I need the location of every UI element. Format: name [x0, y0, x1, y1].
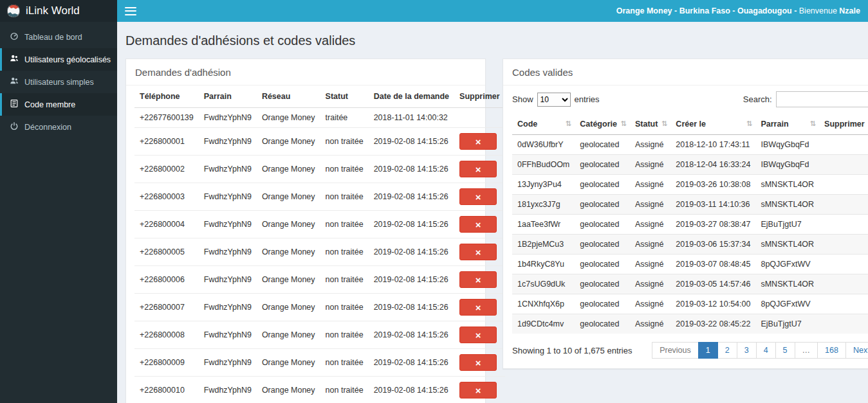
delete-request-button[interactable]: × — [459, 327, 497, 343]
sort-icon — [810, 120, 816, 128]
sidebar-toggle-button[interactable] — [125, 7, 136, 15]
page-button[interactable]: Next — [845, 342, 868, 359]
date-cell: 2019-02-08 14:15:26 — [369, 183, 454, 211]
code-row: 1b4RkyC8Yu geolocated Assigné 2019-03-07… — [512, 255, 868, 274]
x-icon: × — [476, 165, 481, 174]
delete-request-button[interactable]: × — [459, 354, 497, 371]
sidebar-item-member-code[interactable]: Code membre — [0, 93, 117, 116]
code-row: 1d9CDtc4mv geolocated Assigné 2019-03-22… — [512, 314, 868, 334]
parrain-cell: FwdhzYphN9 — [199, 108, 257, 128]
created-cell: 2019-03-11 14:10:36 — [670, 195, 755, 215]
delete-cell — [819, 235, 868, 255]
page-button[interactable]: 3 — [737, 342, 757, 359]
code-row: 1aaTee3fWr geolocated Assigné 2019-03-27… — [512, 215, 868, 235]
network-cell: Orange Money — [257, 128, 320, 156]
date-cell: 2019-02-08 14:15:26 — [369, 238, 454, 266]
dashboard-icon — [10, 31, 19, 42]
sidebar-item-simple-users[interactable]: Utilisateurs simples — [0, 71, 117, 93]
status-cell: Assigné — [630, 255, 670, 274]
request-row: +22677600139 FwdhzYphN9 Orange Money tra… — [134, 108, 505, 128]
parrain-cell: 8pQJGFxtWV — [755, 255, 819, 274]
search-input[interactable] — [776, 91, 868, 107]
member-code-icon — [10, 99, 19, 110]
sort-icon — [566, 120, 571, 128]
brand-title: iLink World — [26, 4, 80, 17]
delete-request-button[interactable]: × — [459, 271, 497, 288]
codes-column-header[interactable]: Supprimer — [819, 114, 868, 135]
requests-table: Téléphone Parrain Réseau Statut Date de … — [134, 85, 505, 403]
date-cell: 2019-02-08 14:15:26 — [369, 266, 454, 294]
status-cell: Assigné — [630, 274, 670, 294]
topbar: iLink World Orange Money - Burkina Faso … — [0, 0, 868, 22]
network-cell: Orange Money — [257, 266, 320, 294]
parrain-cell: FwdhzYphN9 — [199, 156, 257, 183]
actions-cell: × — [454, 266, 505, 294]
sidebar-item-label: Utilisateurs géolocalisés — [24, 55, 111, 64]
delete-request-button[interactable]: × — [459, 299, 497, 316]
code-row: 181yxc3J7g geolocated Assigné 2019-03-11… — [512, 195, 868, 215]
codes-column-header[interactable]: Catégorie — [575, 114, 630, 135]
network-cell: Orange Money — [257, 108, 320, 128]
request-row: +226800003 FwdhzYphN9 Orange Money non t… — [134, 183, 505, 211]
delete-request-button[interactable]: × — [459, 382, 497, 399]
parrain-cell: FwdhzYphN9 — [199, 321, 257, 349]
date-cell: 2019-02-08 14:15:26 — [369, 211, 454, 238]
phone-cell: +226800002 — [134, 156, 199, 183]
actions-cell: × — [454, 128, 505, 156]
parrain-cell: IBWqyGbqFd — [755, 135, 819, 155]
page-button[interactable]: 1 — [698, 342, 718, 359]
page-button[interactable]: Previous — [652, 342, 699, 359]
codes-column-header[interactable]: Statut — [630, 114, 670, 135]
request-row: +226800009 FwdhzYphN9 Orange Money non t… — [134, 349, 505, 377]
top-navbar: Orange Money - Burkina Faso - Ouagadougo… — [117, 0, 868, 22]
codes-column-header[interactable]: Code — [512, 114, 575, 135]
x-icon: × — [476, 386, 481, 395]
x-icon: × — [476, 275, 481, 285]
requests-column-header: Date de la demande — [369, 85, 454, 108]
page-length-select[interactable]: 10 — [537, 93, 571, 107]
network-cell: Orange Money — [257, 349, 320, 377]
delete-request-button[interactable]: × — [459, 188, 497, 205]
status-cell: non traitée — [320, 128, 369, 156]
code-cell: 1CNXhfqX6p — [512, 294, 575, 314]
page-button[interactable]: … — [795, 342, 818, 359]
status-cell: Assigné — [630, 155, 670, 175]
network-cell: Orange Money — [257, 377, 320, 403]
codes-panel-title: Codes valides — [503, 59, 868, 85]
request-row: +226800008 FwdhzYphN9 Orange Money non t… — [134, 321, 505, 349]
page-button[interactable]: 168 — [817, 342, 846, 359]
date-cell: 2019-02-08 14:15:26 — [369, 377, 454, 403]
delete-cell — [819, 215, 868, 235]
brand-logo[interactable]: iLink World — [0, 0, 117, 22]
code-row: 0dW36UfbrY geolocated Assigné 2018-12-10… — [512, 135, 868, 155]
sidebar-item-geolocated-users[interactable]: Utilisateurs géolocalisés — [0, 48, 117, 71]
codes-column-header[interactable]: Parrain — [755, 114, 819, 135]
page-button[interactable]: 5 — [775, 342, 795, 359]
delete-request-button[interactable]: × — [459, 216, 497, 233]
page-button[interactable]: 2 — [717, 342, 737, 359]
x-icon: × — [476, 192, 481, 202]
actions-cell: × — [454, 294, 505, 321]
code-cell: 1B2pjeMCu3 — [512, 235, 575, 255]
request-row: +226800005 FwdhzYphN9 Orange Money non t… — [134, 238, 505, 266]
main-content: Demandes d'adhésions et codes valides De… — [117, 22, 868, 403]
status-cell: Assigné — [630, 195, 670, 215]
sidebar-item-logout[interactable]: Déconnexion — [0, 116, 117, 138]
parrain-cell: sMNSKTL4OR — [755, 195, 819, 215]
parrain-cell: EjBuTjgtU7 — [755, 215, 819, 235]
sidebar-item-dashboard[interactable]: Tableau de bord — [0, 26, 117, 48]
status-cell: non traitée — [320, 321, 369, 349]
status-cell: Assigné — [630, 135, 670, 155]
parrain-cell: sMNSKTL4OR — [755, 235, 819, 255]
date-cell: 2019-02-08 14:15:26 — [369, 294, 454, 321]
category-cell: geolocated — [575, 255, 630, 274]
delete-request-button[interactable]: × — [459, 133, 497, 150]
codes-column-header[interactable]: Créer le — [670, 114, 755, 135]
delete-request-button[interactable]: × — [459, 161, 497, 177]
page-button[interactable]: 4 — [756, 342, 776, 359]
created-cell: 2019-03-05 14:57:46 — [670, 274, 755, 294]
actions-cell: × — [454, 377, 505, 403]
status-cell: non traitée — [320, 294, 369, 321]
category-cell: geolocated — [575, 235, 630, 255]
delete-request-button[interactable]: × — [459, 244, 497, 260]
